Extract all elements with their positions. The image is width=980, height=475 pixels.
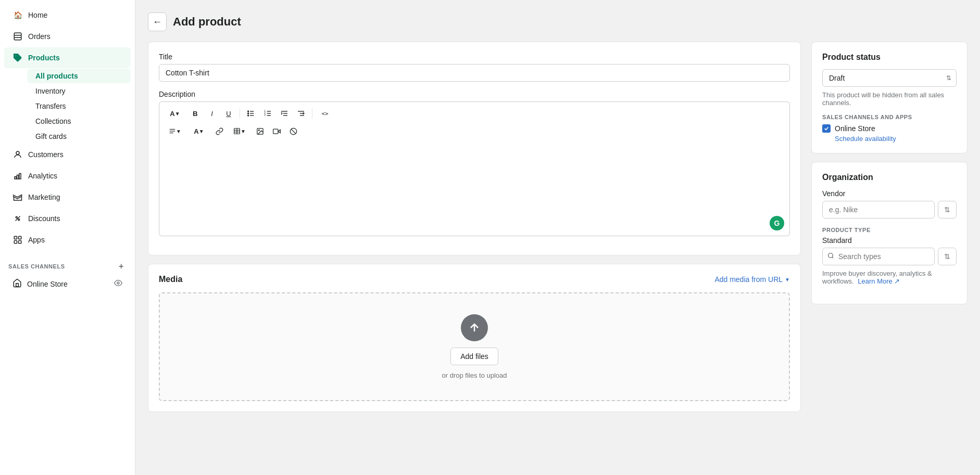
image-button[interactable] [252, 124, 268, 138]
sidebar-item-products[interactable]: Products [4, 47, 131, 68]
chevron-down-icon: ▼ [785, 277, 790, 283]
title-input[interactable] [159, 64, 790, 82]
media-card-header: Media Add media from URL ▼ [159, 275, 790, 284]
product-type-label: PRODUCT TYPE [822, 227, 957, 233]
product-type-stepper-button[interactable]: ⇅ [938, 248, 957, 265]
italic-button[interactable]: I [204, 106, 220, 121]
indent-button[interactable] [293, 106, 309, 121]
media-title: Media [159, 275, 182, 284]
sidebar-item-discounts[interactable]: Discounts [4, 208, 131, 229]
drop-text: or drop files to upload [442, 371, 507, 379]
discounts-icon [12, 213, 23, 224]
upload-icon [461, 314, 488, 341]
media-card: Media Add media from URL ▼ Add files or … [148, 264, 801, 412]
toolbar-row-1: A ▼ B I U 123 [164, 105, 785, 122]
apps-icon [12, 235, 23, 245]
sidebar-item-marketing[interactable]: Marketing [4, 187, 131, 208]
svg-point-22 [248, 115, 249, 116]
vendor-input[interactable] [822, 201, 935, 219]
sidebar-item-customers[interactable]: Customers [4, 144, 131, 165]
font-color-button[interactable]: A ▼ [187, 124, 210, 138]
sidebar-channel-online-store[interactable]: Online Store [4, 274, 131, 293]
sidebar-subnav-transfers[interactable]: Transfers [27, 99, 131, 113]
customers-icon [12, 149, 23, 160]
online-store-label: Online Store [27, 280, 68, 288]
back-button[interactable]: ← [148, 12, 167, 31]
svg-rect-0 [14, 33, 21, 40]
vendor-group: Vendor ⇅ [822, 189, 957, 219]
toolbar-divider-2 [312, 108, 312, 119]
svg-point-9 [18, 219, 20, 221]
vendor-stepper-button[interactable]: ⇅ [938, 201, 957, 219]
sidebar-marketing-label: Marketing [28, 193, 60, 201]
svg-point-21 [248, 113, 249, 114]
sidebar-item-orders[interactable]: Orders [4, 26, 131, 47]
outdent-button[interactable] [277, 106, 292, 121]
svg-rect-5 [15, 177, 16, 179]
sidebar-item-home[interactable]: 🏠 Home [4, 5, 131, 25]
sales-channels-section: SALES CHANNELS + [0, 255, 135, 274]
sidebar-item-apps[interactable]: Apps [4, 229, 131, 250]
schedule-availability-link[interactable]: Schedule availability [822, 135, 957, 143]
add-media-url-button[interactable]: Add media from URL ▼ [714, 275, 790, 284]
vendor-input-row: ⇅ [822, 201, 957, 219]
font-button[interactable]: A ▼ [164, 106, 186, 121]
sidebar-products-label: Products [28, 54, 60, 62]
grammarly-button[interactable]: G [770, 216, 784, 230]
video-button[interactable] [269, 124, 284, 138]
align-button[interactable]: ▼ [164, 124, 186, 138]
svg-rect-12 [19, 236, 21, 239]
orders-icon [12, 31, 23, 42]
sidebar-subnav-inventory[interactable]: Inventory [27, 84, 131, 98]
sidebar-subnav-all-products[interactable]: All products [27, 69, 131, 83]
sidebar-subnav-collections[interactable]: Collections [27, 114, 131, 129]
sidebar-item-analytics[interactable]: Analytics [4, 165, 131, 186]
vendor-label: Vendor [822, 189, 957, 198]
content-main: Title Description A ▼ B I U [148, 42, 801, 412]
media-drop-zone[interactable]: Add files or drop files to upload [159, 292, 790, 401]
add-channel-icon[interactable]: + [116, 261, 127, 272]
add-files-button[interactable]: Add files [450, 348, 498, 365]
sidebar-subnav-gift-cards[interactable]: Gift cards [27, 129, 131, 144]
svg-point-20 [248, 111, 249, 112]
main-content: ← Add product Title Description A ▼ B [135, 0, 980, 475]
bold-button[interactable]: B [187, 106, 203, 121]
code-button[interactable]: <> [316, 106, 334, 121]
title-group: Title [159, 53, 790, 82]
svg-rect-15 [16, 284, 19, 287]
learn-more-link[interactable]: Learn More ↗ [858, 277, 900, 285]
organization-card: Organization Vendor ⇅ PRODUCT TYPE Stand… [811, 162, 968, 304]
sidebar-apps-label: Apps [28, 236, 45, 244]
marketing-icon [12, 192, 23, 202]
svg-point-3 [15, 55, 16, 56]
underline-button[interactable]: U [221, 106, 236, 121]
table-button[interactable]: ▼ [228, 124, 251, 138]
sidebar-analytics-label: Analytics [28, 172, 57, 180]
online-store-checkbox[interactable] [822, 124, 831, 133]
editor-body[interactable]: G [159, 143, 790, 236]
svg-point-43 [258, 130, 259, 131]
unordered-list-button[interactable] [243, 106, 259, 121]
search-types-input[interactable] [822, 248, 935, 265]
sidebar: 🏠 Home Orders Products All products Inve… [0, 0, 135, 475]
ordered-list-button[interactable]: 123 [260, 106, 275, 121]
svg-line-50 [832, 257, 833, 258]
link-button[interactable] [211, 124, 227, 138]
search-types-wrap [822, 248, 935, 265]
clear-format-button[interactable] [285, 124, 301, 138]
svg-rect-7 [19, 174, 21, 179]
svg-rect-45 [273, 129, 278, 134]
improve-text: Improve buyer discovery, analytics & wor… [822, 269, 957, 285]
product-details-card: Title Description A ▼ B I U [148, 42, 801, 255]
svg-line-47 [291, 129, 296, 134]
svg-point-4 [16, 151, 19, 155]
analytics-icon [12, 171, 23, 181]
svg-text:3: 3 [264, 114, 266, 117]
product-status-title: Product status [822, 53, 957, 62]
status-select[interactable]: Draft Active [822, 69, 957, 87]
eye-icon[interactable] [114, 279, 122, 289]
description-label: Description [159, 90, 790, 98]
sales-channels-label: SALES CHANNELS AND APPS [822, 114, 957, 120]
search-icon [827, 252, 834, 261]
online-store-channel-label: Online Store [835, 124, 875, 133]
